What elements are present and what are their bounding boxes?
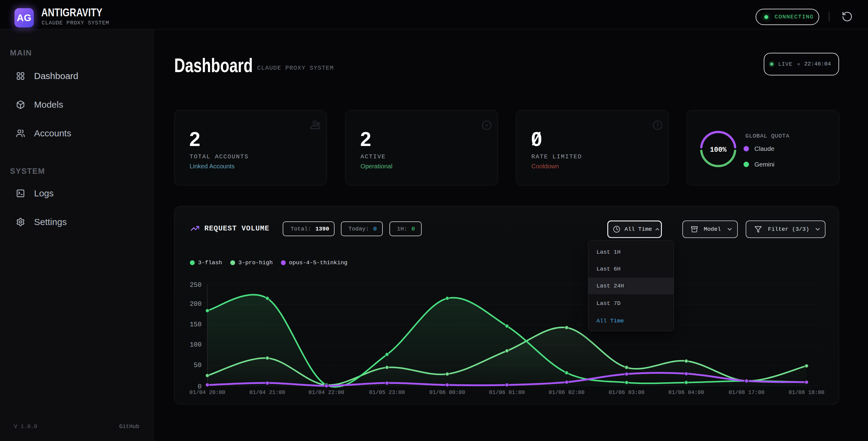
svg-text:100%: 100% xyxy=(710,146,726,154)
